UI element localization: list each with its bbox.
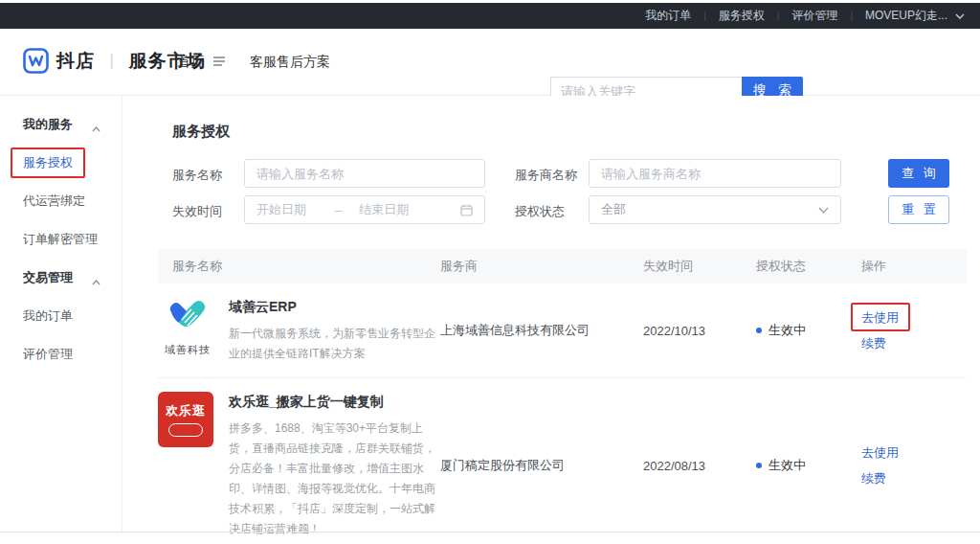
yushan-tech-logo: 域善科技: [158, 297, 217, 364]
auth-status-selected-value: 全部: [601, 201, 626, 218]
chevron-up-icon: [92, 121, 100, 135]
reset-button[interactable]: 重 置: [888, 195, 949, 224]
sidebar-item-review-mgmt[interactable]: 评价管理: [0, 335, 122, 374]
renew-link[interactable]: 续费: [861, 335, 886, 352]
date-separator: –: [335, 203, 342, 217]
status-badge: 生效中: [756, 322, 806, 339]
site-header: 抖店 ｜ 服务市场 首页 客服售后方案 搜 索: [0, 29, 980, 96]
status-text: 生效中: [768, 457, 806, 474]
service-name-label: 服务名称: [172, 167, 222, 184]
table-row: 域善科技 域善云ERP 新一代微服务系统，为新零售业务转型企业的提供全链路IT解…: [158, 283, 967, 378]
service-description: 新一代微服务系统，为新零售业务转型企业的提供全链路IT解决方案: [229, 324, 441, 364]
col-auth-status: 授权状态: [756, 258, 861, 275]
divider: |: [850, 11, 853, 21]
page-title: 服务授权: [172, 123, 230, 141]
auth-status-label: 授权状态: [515, 203, 565, 220]
header-nav: 首页 客服售后方案: [177, 54, 330, 71]
query-button[interactable]: 查 询: [888, 159, 949, 188]
sidebar-item-label: 评价管理: [23, 346, 73, 363]
provider-name-label: 服务商名称: [515, 167, 577, 184]
sidebar-item-agent-binding[interactable]: 代运营绑定: [0, 182, 122, 220]
sidebar-group-label: 我的服务: [23, 116, 73, 133]
auth-status-select[interactable]: 全部: [589, 195, 841, 224]
service-name[interactable]: 域善云ERP: [229, 299, 441, 316]
huanlegang-logo: 欢乐逛: [158, 392, 217, 539]
date-range-picker[interactable]: 开始日期 – 结束日期: [244, 195, 485, 224]
col-provider: 服务商: [440, 258, 643, 275]
nav-customer-service-plan[interactable]: 客服售后方案: [250, 54, 330, 71]
chevron-up-icon: [92, 274, 100, 288]
sidebar-item-service-auth[interactable]: 服务授权: [0, 144, 122, 182]
topbar-account-name[interactable]: MOVEUP幻走...: [865, 8, 947, 24]
logo-caption: 域善科技: [158, 343, 217, 357]
divider: |: [703, 11, 706, 21]
sidebar-group-my-services[interactable]: 我的服务: [0, 105, 122, 144]
date-start-placeholder: 开始日期: [256, 201, 306, 218]
sidebar-item-label: 我的订单: [23, 307, 73, 325]
status-dot-icon: [756, 463, 762, 468]
renew-link[interactable]: 续费: [861, 470, 886, 487]
douyin-shop-logo-icon: [23, 48, 49, 74]
go-use-link[interactable]: 去使用: [861, 309, 899, 327]
status-dot-icon: [756, 328, 762, 333]
table-header: 服务名称 服务商 失效时间 授权状态 操作: [158, 249, 967, 283]
service-description: 拼多多、1688、淘宝等30+平台复制上货，直播商品链接克隆，店群关联铺货，分店…: [229, 419, 441, 539]
chevron-down-icon[interactable]: [955, 13, 965, 19]
col-service-name: 服务名称: [158, 258, 440, 275]
status-text: 生效中: [768, 322, 806, 339]
col-actions: 操作: [861, 258, 967, 275]
calendar-icon: [460, 204, 473, 216]
expire-date: 2022/08/13: [643, 392, 756, 539]
brand-name: 抖店: [56, 49, 95, 74]
sidebar-item-label: 服务授权: [23, 154, 73, 171]
sidebar-item-label: 订单解密管理: [23, 231, 98, 248]
brand-divider: ｜: [104, 51, 120, 71]
provider-name: 厦门稿定股份有限公司: [440, 392, 643, 539]
service-name[interactable]: 欢乐逛_搬家上货一键复制: [229, 394, 441, 411]
divider: |: [777, 11, 780, 21]
chevron-down-icon: [818, 207, 829, 214]
logo-oval-shape: [168, 423, 203, 437]
date-end-placeholder: 结束日期: [359, 201, 409, 218]
topbar-my-orders[interactable]: 我的订单: [645, 8, 691, 24]
sidebar-group-label: 交易管理: [23, 269, 73, 286]
sidebar: 我的服务 服务授权 代运营绑定 订单解密管理 交易管理 我的订单 评价管理: [0, 96, 122, 533]
go-use-label: 去使用: [861, 310, 899, 325]
expire-date: 2022/10/13: [643, 297, 756, 364]
expire-time-label: 失效时间: [172, 203, 222, 220]
sidebar-item-my-orders[interactable]: 我的订单: [0, 297, 122, 335]
provider-name: 上海域善信息科技有限公司: [440, 297, 643, 364]
service-name-input[interactable]: [244, 159, 485, 188]
sidebar-group-trade-mgmt[interactable]: 交易管理: [0, 259, 122, 297]
topbar-service-auth[interactable]: 服务授权: [719, 8, 765, 24]
top-account-bar: 我的订单 | 服务授权 | 评价管理 | MOVEUP幻走...: [0, 3, 980, 29]
page-bottom-divider: [0, 532, 980, 533]
sidebar-item-order-decrypt[interactable]: 订单解密管理: [0, 220, 122, 259]
main-content: 服务授权 服务名称 服务商名称 查 询 失效时间 开始日期 – 结束日期 授权状…: [122, 96, 980, 533]
auth-table: 服务名称 服务商 失效时间 授权状态 操作 域善科技 域善云ERP 新: [158, 249, 967, 544]
provider-name-input[interactable]: [589, 159, 841, 188]
col-expire-time: 失效时间: [643, 258, 756, 275]
status-badge: 生效中: [756, 457, 806, 474]
topbar-review-mgmt[interactable]: 评价管理: [791, 8, 837, 24]
logo-caption: 欢乐逛: [166, 402, 206, 419]
go-use-link[interactable]: 去使用: [861, 444, 899, 462]
nav-home[interactable]: 首页: [177, 54, 204, 71]
sidebar-item-label: 代运营绑定: [23, 193, 85, 210]
table-row: 欢乐逛 欢乐逛_搬家上货一键复制 拼多多、1688、淘宝等30+平台复制上货，直…: [158, 378, 967, 544]
